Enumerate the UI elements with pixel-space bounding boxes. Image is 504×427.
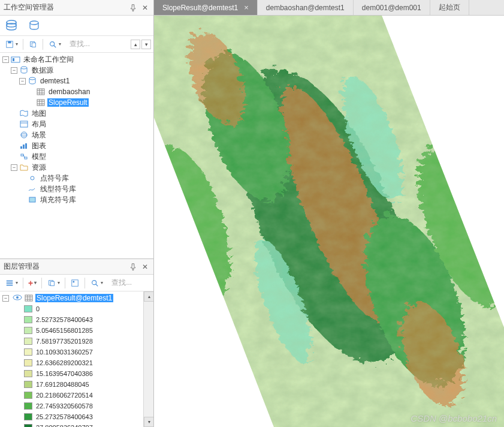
- layer-copy-button[interactable]: ▾: [44, 277, 62, 289]
- tree-maps[interactable]: 地图: [0, 108, 153, 119]
- workspace-panel-header: 工作空间管理器 ✕: [0, 0, 153, 16]
- tab-0[interactable]: SlopeResult@demtest1×: [154, 0, 258, 15]
- tab-bar: SlopeResult@demtest1×dembaoshan@demtest1…: [154, 0, 504, 16]
- line-symbol-icon: [28, 185, 37, 193]
- scroll-up-button[interactable]: ▴: [144, 291, 153, 302]
- expand-icon[interactable]: −: [2, 295, 9, 302]
- legend-value: 15.1639547040386: [36, 370, 93, 377]
- datasource-item-icon: [28, 77, 37, 85]
- svg-point-11: [21, 67, 27, 69]
- expand-icon[interactable]: −: [11, 164, 17, 171]
- legend-swatch: [24, 424, 32, 427]
- legend-item[interactable]: 12.6366289200321: [0, 357, 153, 368]
- scroll-down-button[interactable]: ▾: [144, 417, 153, 427]
- layer-toolbar: ▾ +▾ ▾ ▾ 查找...: [0, 275, 153, 291]
- legend-swatch: [24, 305, 32, 312]
- tree-scenes[interactable]: 场景: [0, 130, 153, 140]
- legend-swatch: [24, 338, 32, 345]
- workspace-search-input[interactable]: 查找...: [67, 39, 129, 49]
- legend-item[interactable]: 0: [0, 303, 153, 314]
- slope-raster-display: [154, 16, 504, 427]
- tab-close-icon[interactable]: ×: [244, 3, 249, 12]
- legend-item[interactable]: 20.2186062720514: [0, 390, 153, 401]
- legend-value: 7.58197735201928: [36, 338, 93, 345]
- svg-rect-34: [29, 197, 35, 202]
- svg-rect-27: [20, 146, 22, 149]
- copy-button[interactable]: [26, 38, 40, 50]
- close-icon[interactable]: ✕: [140, 262, 150, 272]
- svg-point-2: [30, 21, 38, 25]
- legend-item[interactable]: 10.1093031360257: [0, 347, 153, 357]
- legend-item[interactable]: 17.691280488045: [0, 379, 153, 390]
- layer-panel-header: 图层管理器 ✕: [0, 259, 153, 275]
- tree-models[interactable]: 模型: [0, 151, 153, 162]
- folder-icon: [19, 163, 29, 172]
- expand-icon[interactable]: −: [2, 56, 9, 63]
- tab-1[interactable]: dembaoshan@demtest1: [258, 0, 354, 15]
- svg-line-8: [54, 45, 56, 47]
- tab-3[interactable]: 起始页: [430, 0, 469, 15]
- database-stack-icon[interactable]: [5, 19, 20, 32]
- search-button[interactable]: ▾: [46, 38, 64, 50]
- fill-symbol-icon: [28, 196, 37, 204]
- expand-icon[interactable]: −: [11, 67, 17, 74]
- legend-item[interactable]: 15.1639547040386: [0, 368, 153, 379]
- layer-root[interactable]: − SlopeResult@demtest1: [0, 293, 153, 303]
- svg-rect-36: [7, 282, 13, 284]
- legend-item[interactable]: 25.2732578400643: [0, 411, 153, 422]
- legend-value: 5.05465156801285: [36, 327, 93, 334]
- layer-props-button[interactable]: [68, 277, 82, 289]
- close-icon[interactable]: ✕: [140, 3, 150, 13]
- workspace-icon-bar: [0, 16, 153, 36]
- svg-rect-30: [21, 154, 23, 156]
- legend-swatch: [24, 402, 32, 410]
- tree-point-symbols[interactable]: 点符号库: [0, 173, 153, 184]
- raster-icon: [36, 98, 46, 107]
- svg-rect-64: [154, 16, 504, 427]
- svg-rect-40: [72, 279, 79, 286]
- layer-menu-button[interactable]: ▾: [2, 277, 20, 289]
- legend-item[interactable]: 2.52732578400643: [0, 314, 153, 325]
- database-single-icon[interactable]: [28, 19, 43, 32]
- legend-value: 25.2732578400643: [36, 413, 93, 420]
- legend-swatch: [24, 413, 32, 420]
- svg-rect-18: [37, 100, 44, 106]
- legend-item[interactable]: 22.7459320560578: [0, 401, 153, 411]
- legend-item[interactable]: 7.58197735201928: [0, 336, 153, 347]
- tree-charts[interactable]: 图表: [0, 140, 153, 151]
- svg-rect-6: [32, 43, 35, 47]
- legend-value: 20.2186062720514: [36, 392, 93, 399]
- add-layer-button[interactable]: +▾: [26, 276, 39, 290]
- legend-swatch: [24, 359, 32, 366]
- tree-fill-symbols[interactable]: 填充符号库: [0, 194, 153, 205]
- pin-icon[interactable]: [128, 262, 138, 272]
- tree-resources[interactable]: − 资源: [0, 162, 153, 173]
- map-view[interactable]: [154, 16, 504, 427]
- layer-search-input[interactable]: 查找...: [109, 278, 151, 288]
- tree-dataset-sloperesult[interactable]: SlopeResult: [0, 97, 153, 108]
- legend-item[interactable]: 5.05465156801285: [0, 325, 153, 336]
- tree-datasource[interactable]: − 数据源: [0, 65, 153, 76]
- legend-swatch: [24, 348, 32, 356]
- legend-swatch: [24, 316, 32, 323]
- save-button[interactable]: ▾: [2, 38, 20, 50]
- layer-scrollbar[interactable]: ▴ ▾: [143, 291, 153, 427]
- legend-value: 27.8005836240707: [36, 424, 93, 427]
- layout-icon: [19, 120, 29, 128]
- legend-swatch: [24, 381, 32, 388]
- tab-2[interactable]: dem001@dem001: [354, 0, 430, 15]
- tree-line-symbols[interactable]: 线型符号库: [0, 184, 153, 194]
- visibility-icon[interactable]: [13, 294, 22, 303]
- tree-ds-demtest1[interactable]: − demtest1: [0, 76, 153, 86]
- tree-dataset-dembaoshan[interactable]: dembaoshan: [0, 86, 153, 97]
- svg-rect-35: [7, 280, 13, 281]
- expand-icon[interactable]: −: [19, 78, 26, 85]
- legend-value: 10.1093031360257: [36, 348, 93, 356]
- pin-icon[interactable]: [128, 3, 138, 13]
- nav-up-button[interactable]: ▴: [131, 40, 140, 49]
- legend-item[interactable]: 27.8005836240707: [0, 422, 153, 427]
- tree-layouts[interactable]: 布局: [0, 119, 153, 130]
- layer-search-button[interactable]: ▾: [87, 277, 105, 289]
- tree-root[interactable]: − 未命名工作空间: [0, 54, 153, 65]
- nav-down-button[interactable]: ▾: [141, 40, 151, 49]
